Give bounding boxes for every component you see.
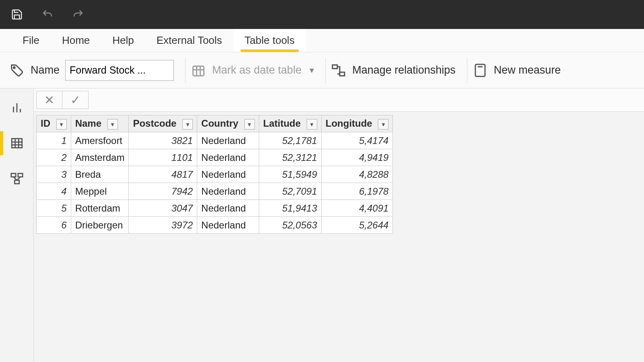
cell-country[interactable]: Nederland <box>197 149 259 166</box>
table-row[interactable]: 3Breda4817Nederland51,59494,8288 <box>37 166 393 183</box>
column-header-label: ID <box>41 118 50 129</box>
cell-postcode[interactable]: 4817 <box>129 166 197 183</box>
tool-group-new-measure[interactable]: New measure <box>472 58 572 83</box>
report-view-button[interactable] <box>5 96 29 120</box>
column-header-latitude[interactable]: Latitude ▾ <box>259 115 321 132</box>
cell-id[interactable]: 4 <box>37 183 71 200</box>
table-name-input[interactable] <box>65 60 174 81</box>
cell-name[interactable]: Amersfoort <box>71 132 129 149</box>
cell-latitude[interactable]: 52,1781 <box>259 132 321 149</box>
cell-postcode[interactable]: 3972 <box>129 217 197 234</box>
filter-button-name[interactable]: ▾ <box>107 119 118 130</box>
cell-postcode[interactable]: 3047 <box>129 200 197 217</box>
undo-button[interactable] <box>39 6 56 23</box>
cell-postcode[interactable]: 1101 <box>129 149 197 166</box>
formula-bar: ✕ ✓ <box>34 88 644 112</box>
svg-rect-6 <box>340 72 345 76</box>
cell-id[interactable]: 5 <box>37 200 71 217</box>
formula-input[interactable] <box>89 88 644 111</box>
relationships-icon <box>330 62 347 78</box>
report-view-icon <box>10 101 24 115</box>
svg-point-0 <box>13 67 15 68</box>
cell-longitude[interactable]: 4,8288 <box>321 166 393 183</box>
tab-home[interactable]: Home <box>51 29 101 52</box>
svg-rect-23 <box>11 173 15 177</box>
svg-rect-5 <box>332 65 337 68</box>
cell-name[interactable]: Breda <box>71 166 129 183</box>
data-table: ID ▾ Name ▾ Postcode ▾ Country ▾ <box>36 115 393 234</box>
tag-icon <box>9 62 25 78</box>
column-header-id[interactable]: ID ▾ <box>37 115 71 132</box>
cell-longitude[interactable]: 5,2644 <box>321 217 393 234</box>
new-measure-label: New measure <box>494 64 561 76</box>
check-icon: ✓ <box>70 93 80 107</box>
filter-button-id[interactable]: ▾ <box>56 119 67 130</box>
filter-button-longitude[interactable]: ▾ <box>378 119 388 130</box>
ribbon-toolbar: Name Mark as date table ▾ Manage relatio… <box>0 52 644 88</box>
cell-name[interactable]: Driebergen <box>71 217 129 234</box>
filter-button-latitude[interactable]: ▾ <box>307 119 317 130</box>
column-header-label: Name <box>75 118 101 129</box>
cell-id[interactable]: 6 <box>37 217 71 234</box>
data-view-button[interactable] <box>5 131 29 155</box>
view-rail <box>0 88 34 362</box>
model-view-button[interactable] <box>5 167 29 191</box>
cell-latitude[interactable]: 51,9413 <box>259 200 321 217</box>
calculator-icon <box>472 62 488 78</box>
tab-table-tools[interactable]: Table tools <box>233 29 306 52</box>
column-header-longitude[interactable]: Longitude ▾ <box>321 115 393 132</box>
table-row[interactable]: 1Amersfoort3821Nederland52,17815,4174 <box>37 132 393 149</box>
save-button[interactable] <box>9 6 25 23</box>
cell-country[interactable]: Nederland <box>197 132 259 149</box>
cell-name[interactable]: Rotterdam <box>71 200 129 217</box>
cell-latitude[interactable]: 52,3121 <box>259 149 321 166</box>
redo-icon <box>72 8 84 21</box>
table-row[interactable]: 4Meppel7942Nederland52,70916,1978 <box>37 183 393 200</box>
mark-date-label: Mark as date table <box>212 64 301 76</box>
undo-icon <box>41 8 54 21</box>
column-header-name[interactable]: Name ▾ <box>71 115 129 132</box>
cell-id[interactable]: 3 <box>37 166 71 183</box>
column-header-postcode[interactable]: Postcode ▾ <box>129 115 197 132</box>
cell-latitude[interactable]: 52,7091 <box>259 183 321 200</box>
table-row[interactable]: 6Driebergen3972Nederland52,05635,2644 <box>37 217 393 234</box>
cell-longitude[interactable]: 6,1978 <box>321 183 393 200</box>
cell-latitude[interactable]: 52,0563 <box>259 217 321 234</box>
cell-longitude[interactable]: 4,9419 <box>321 149 393 166</box>
filter-button-country[interactable]: ▾ <box>244 119 255 130</box>
svg-rect-18 <box>12 139 22 148</box>
cell-longitude[interactable]: 4,4091 <box>321 200 393 217</box>
title-bar <box>0 0 644 29</box>
close-icon: ✕ <box>44 93 54 107</box>
redo-button[interactable] <box>70 6 86 23</box>
table-row[interactable]: 5Rotterdam3047Nederland51,94134,4091 <box>37 200 393 217</box>
cell-country[interactable]: Nederland <box>197 183 259 200</box>
cell-latitude[interactable]: 51,5949 <box>259 166 321 183</box>
tab-help[interactable]: Help <box>101 29 145 52</box>
cell-longitude[interactable]: 5,4174 <box>321 132 393 149</box>
manage-relationships-label: Manage relationships <box>352 64 456 76</box>
tool-group-relationships[interactable]: Manage relationships <box>330 58 467 83</box>
tab-file[interactable]: File <box>11 29 51 52</box>
cell-country[interactable]: Nederland <box>197 200 259 217</box>
formula-cancel-button[interactable]: ✕ <box>37 91 62 109</box>
svg-rect-24 <box>18 173 22 177</box>
model-view-icon <box>10 172 24 185</box>
filter-button-postcode[interactable]: ▾ <box>182 119 193 130</box>
tool-group-mark-date[interactable]: Mark as date table ▾ <box>190 58 326 83</box>
cell-postcode[interactable]: 7942 <box>129 183 197 200</box>
formula-commit-button[interactable]: ✓ <box>62 91 88 109</box>
main-area: ✕ ✓ ID ▾ Name ▾ Postcode <box>34 88 644 362</box>
cell-id[interactable]: 1 <box>37 132 71 149</box>
column-header-country[interactable]: Country ▾ <box>197 115 259 132</box>
column-header-label: Postcode <box>133 118 176 129</box>
cell-id[interactable]: 2 <box>37 149 71 166</box>
column-header-label: Latitude <box>263 118 301 129</box>
cell-name[interactable]: Meppel <box>71 183 129 200</box>
table-row[interactable]: 2Amsterdam1101Nederland52,31214,9419 <box>37 149 393 166</box>
cell-name[interactable]: Amsterdam <box>71 149 129 166</box>
cell-country[interactable]: Nederland <box>197 217 259 234</box>
cell-country[interactable]: Nederland <box>197 166 259 183</box>
cell-postcode[interactable]: 3821 <box>129 132 197 149</box>
tab-external-tools[interactable]: External Tools <box>145 29 233 52</box>
